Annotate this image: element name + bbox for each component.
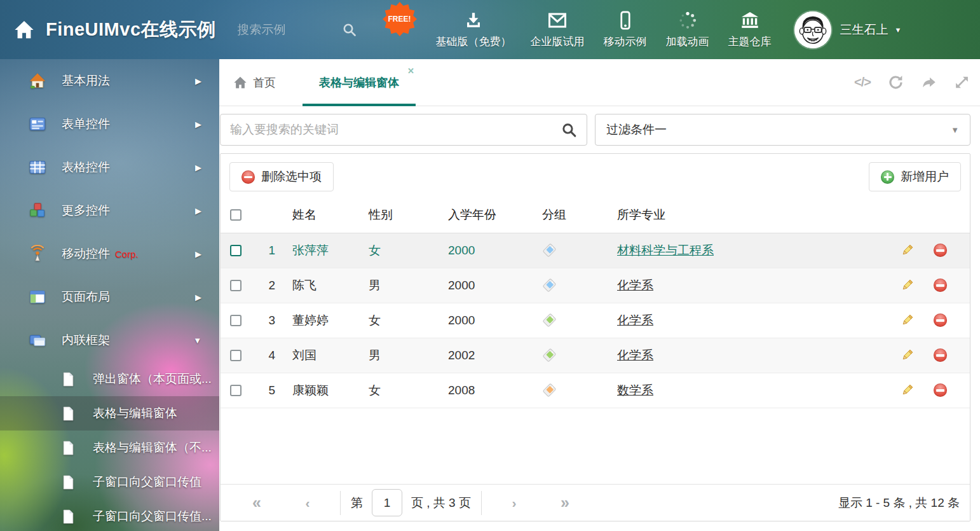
sidebar-subitem-popup-window[interactable]: 弹出窗体（本页面或... xyxy=(0,362,219,396)
sidebar-item-label: 表单控件 xyxy=(62,116,110,132)
refresh-icon[interactable] xyxy=(888,74,904,90)
signal-icon xyxy=(29,245,46,263)
main-content: 首页 表格与编辑窗体 ✕ </> 过滤条件一 ▼ xyxy=(219,59,980,531)
tag-icon xyxy=(542,383,557,397)
users-table: 姓名 性别 入学年份 分组 所学专业 1 张萍萍 女 2000 材料科学与工程系 xyxy=(221,198,970,408)
major-link[interactable]: 化学系 xyxy=(617,279,653,292)
cell-name: 陈飞 xyxy=(292,268,369,303)
nav-loading-animations[interactable]: 加载动画 xyxy=(666,11,709,49)
delete-selected-label: 删除选中项 xyxy=(261,169,322,185)
fullscreen-icon[interactable] xyxy=(954,74,970,90)
delete-row-icon[interactable] xyxy=(934,244,947,257)
row-checkbox[interactable] xyxy=(230,245,242,256)
table-row[interactable]: 1 张萍萍 女 2000 材料科学与工程系 xyxy=(221,233,970,268)
last-page-button[interactable]: » xyxy=(539,493,591,512)
share-icon[interactable] xyxy=(921,74,937,90)
edit-icon[interactable] xyxy=(900,348,914,362)
nav-label: 移动示例 xyxy=(604,34,647,49)
add-user-label: 新增用户 xyxy=(901,169,949,185)
envelope-icon xyxy=(548,11,567,30)
edit-icon[interactable] xyxy=(900,314,914,328)
major-link[interactable]: 化学系 xyxy=(617,348,653,362)
close-icon[interactable]: ✕ xyxy=(407,66,414,76)
prev-page-button[interactable]: ‹ xyxy=(283,495,332,511)
user-avatar[interactable] xyxy=(794,11,831,48)
major-link[interactable]: 化学系 xyxy=(617,314,653,327)
sidebar-item-page-layout[interactable]: 页面布局 ▶ xyxy=(0,275,219,319)
home-icon xyxy=(233,76,247,90)
sidebar-item-basic-usage[interactable]: 基本用法 ▶ xyxy=(0,59,219,102)
page-input[interactable] xyxy=(372,489,402,516)
table-row[interactable]: 2 陈飞 男 2000 化学系 xyxy=(221,268,970,303)
cell-gender: 女 xyxy=(369,373,448,408)
search-icon[interactable] xyxy=(561,122,577,138)
home-colored-icon xyxy=(29,72,46,90)
tab-toolbar: </> xyxy=(854,74,970,90)
sidebar-subitem-label: 表格与编辑窗体 xyxy=(93,405,177,422)
table-row[interactable]: 3 董婷婷 女 2000 化学系 xyxy=(221,303,970,338)
row-checkbox[interactable] xyxy=(230,280,242,291)
major-link[interactable]: 材料科学与工程系 xyxy=(617,244,714,257)
sidebar-item-iframe[interactable]: 内联框架 ▼ xyxy=(0,319,219,362)
file-icon xyxy=(60,509,76,525)
edit-icon[interactable] xyxy=(900,279,914,293)
home-icon[interactable] xyxy=(14,20,34,40)
tag-icon xyxy=(542,313,557,328)
select-all-checkbox[interactable] xyxy=(230,209,242,221)
file-icon xyxy=(60,371,76,387)
delete-selected-button[interactable]: 删除选中项 xyxy=(229,162,334,191)
sidebar-item-mobile-controls[interactable]: 移动控件 Corp. ▶ xyxy=(0,232,219,275)
delete-row-icon[interactable] xyxy=(934,279,947,292)
keyword-search xyxy=(220,114,587,146)
keyword-search-input[interactable] xyxy=(230,123,561,137)
sidebar-item-more-controls[interactable]: 更多控件 ▶ xyxy=(0,189,219,232)
row-number: 5 xyxy=(255,373,292,408)
sidebar-subitem-child-to-parent[interactable]: 子窗口向父窗口传值 xyxy=(0,465,219,499)
edit-icon[interactable] xyxy=(900,244,914,258)
tab-label: 表格与编辑窗体 xyxy=(319,75,399,90)
row-checkbox[interactable] xyxy=(230,315,242,326)
nav-label: 企业版试用 xyxy=(531,34,585,49)
table-row[interactable]: 5 康颖颖 女 2008 数学系 xyxy=(221,373,970,408)
tab-home[interactable]: 首页 xyxy=(229,75,280,90)
table-row[interactable]: 4 刘国 男 2002 化学系 xyxy=(221,338,970,373)
cell-year: 2008 xyxy=(448,373,542,408)
sidebar-subitem-child-to-parent-2[interactable]: 子窗口向父窗口传值... xyxy=(0,499,219,531)
add-user-button[interactable]: 新增用户 xyxy=(869,162,961,191)
sidebar-item-label: 内联框架 xyxy=(62,332,110,348)
sidebar-item-form-controls[interactable]: 表单控件 ▶ xyxy=(0,102,219,146)
next-page-button[interactable]: › xyxy=(489,495,539,511)
nav-enterprise-trial[interactable]: 企业版试用 xyxy=(531,11,585,49)
cell-year: 2000 xyxy=(448,303,542,338)
col-year: 入学年份 xyxy=(448,198,542,233)
first-page-button[interactable]: « xyxy=(231,493,283,512)
header-search-input[interactable] xyxy=(238,23,333,37)
major-link[interactable]: 数学系 xyxy=(617,383,653,397)
filter-dropdown[interactable]: 过滤条件一 ▼ xyxy=(595,114,970,146)
search-icon[interactable] xyxy=(342,22,357,38)
sidebar-subitem-label: 弹出窗体（本页面或... xyxy=(93,371,212,387)
page-prefix: 第 xyxy=(351,495,363,511)
delete-row-icon[interactable] xyxy=(934,348,947,362)
edit-icon[interactable] xyxy=(900,383,914,397)
file-icon xyxy=(60,406,76,422)
row-checkbox[interactable] xyxy=(230,385,242,396)
view-source-icon[interactable]: </> xyxy=(854,75,871,90)
cell-name: 刘国 xyxy=(292,338,369,373)
nav-mobile-demos[interactable]: 移动示例 xyxy=(604,11,647,49)
sidebar-subitem-grid-edit-window[interactable]: 表格与编辑窗体 xyxy=(0,396,219,431)
nav-label: 主题仓库 xyxy=(728,34,772,49)
grid-toolbar: 删除选中项 新增用户 xyxy=(221,154,970,198)
row-checkbox[interactable] xyxy=(230,350,242,361)
nav-basic-free[interactable]: 基础版（免费） xyxy=(436,11,512,49)
sidebar-item-grid-controls[interactable]: 表格控件 ▶ xyxy=(0,146,219,189)
user-name: 三生石上 xyxy=(840,22,888,38)
tab-label: 首页 xyxy=(253,75,276,90)
user-menu[interactable]: 三生石上 ▼ xyxy=(840,22,902,38)
nav-theme-repository[interactable]: 主题仓库 xyxy=(728,11,772,49)
delete-row-icon[interactable] xyxy=(934,383,947,397)
tab-grid-edit-window[interactable]: 表格与编辑窗体 ✕ xyxy=(303,59,416,106)
delete-row-icon[interactable] xyxy=(934,314,947,327)
sidebar-subitem-grid-edit-window-2[interactable]: 表格与编辑窗体（不... xyxy=(0,431,219,465)
sidebar-subitem-label: 子窗口向父窗口传值 xyxy=(93,474,201,490)
